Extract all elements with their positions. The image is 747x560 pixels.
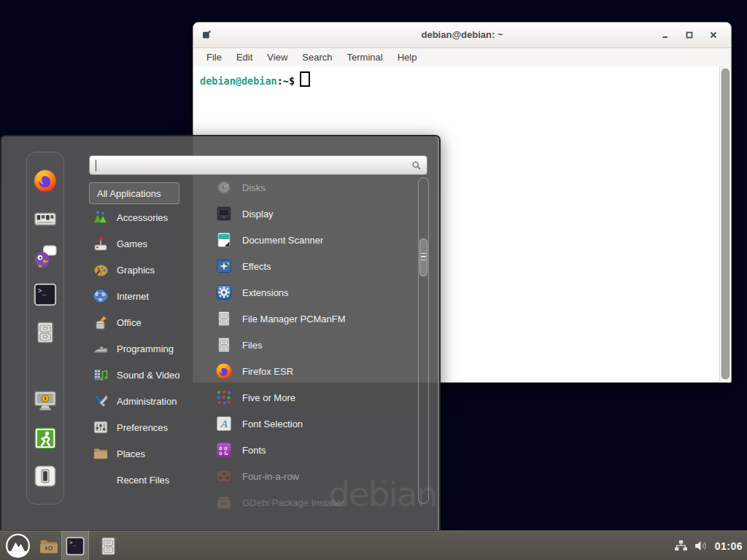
lock-screen-button[interactable] (33, 388, 58, 413)
favorite-keyboard-button[interactable] (33, 206, 58, 231)
app-item[interactable]: Display (209, 201, 414, 227)
shutdown-icon (33, 464, 58, 489)
search-icon (411, 160, 422, 171)
logout-button[interactable] (33, 426, 58, 451)
app-item[interactable]: Five or More (209, 384, 414, 411)
terminal-menu-search[interactable]: Search (295, 52, 339, 63)
category-graphics[interactable]: Graphics (89, 257, 207, 283)
app-item[interactable]: Extensions (209, 279, 414, 306)
app-label: Files (242, 340, 262, 351)
category-label: Office (117, 317, 142, 328)
category-programming[interactable]: Programming (89, 335, 207, 362)
app-item[interactable]: Document Scanner (209, 227, 414, 253)
app-item[interactable]: Firefox ESR (209, 358, 414, 384)
category-label: Games (117, 238, 147, 249)
sound-video-icon (92, 366, 109, 384)
shell-prompt: debian@debian:~$ (194, 66, 730, 92)
app-item[interactable]: Four-in-a-row (209, 463, 414, 489)
category-label: Graphics (117, 265, 155, 276)
file-cabinet-icon (215, 310, 233, 327)
administration-icon (92, 392, 109, 410)
disks-icon (215, 179, 233, 196)
search-box[interactable] (89, 155, 427, 175)
app-item[interactable]: AFont Selection (209, 411, 414, 437)
category-sound-video[interactable]: Sound & Video (89, 362, 207, 388)
all-applications-label: All Applications (97, 188, 160, 199)
taskbar-clock[interactable]: 01:06 (715, 540, 743, 552)
terminal-icon: >_ (65, 536, 85, 556)
-icon (92, 471, 109, 489)
terminal-menu-file[interactable]: File (199, 52, 229, 63)
app-label: GDebi Package Installer (242, 497, 344, 508)
category-games[interactable]: Games (89, 230, 207, 257)
places-icon (92, 445, 109, 462)
internet-icon (92, 287, 109, 305)
menu-button[interactable] (5, 533, 31, 559)
system-tray: 01:06 (674, 531, 743, 560)
category-office[interactable]: Office (89, 309, 207, 335)
keyboard-icon (33, 206, 58, 231)
terminal-scrollbar-thumb[interactable] (721, 69, 729, 379)
app-list-scrollbar-thumb[interactable] (419, 238, 427, 276)
window-controls (661, 23, 718, 47)
terminal-menu-view[interactable]: View (260, 52, 295, 63)
terminal-menu-edit[interactable]: Edit (229, 52, 260, 63)
app-item[interactable]: Disks (209, 174, 414, 201)
app-label: Firefox ESR (242, 366, 293, 377)
app-item[interactable]: Effects (209, 253, 414, 279)
desktop: debian debian@debian: ~ FileEditViewSear… (0, 0, 747, 560)
all-applications-button[interactable]: All Applications (89, 182, 179, 204)
application-list: DisksDisplayDocument ScannerEffectsExten… (209, 174, 414, 516)
search-input[interactable] (96, 158, 405, 174)
volume-icon[interactable] (694, 540, 709, 552)
category-preferences[interactable]: Preferences (89, 414, 207, 440)
category-label: Places (117, 448, 145, 459)
file-manager-folder-icon[interactable] (38, 535, 60, 557)
terminal-scrollbar[interactable] (719, 66, 730, 381)
terminal-menu-help[interactable]: Help (390, 52, 425, 63)
document-scanner-icon (215, 231, 233, 249)
favorite-file-cabinet-button[interactable] (33, 320, 58, 345)
terminal-app-icon (202, 30, 212, 39)
svg-text:a &: a & (219, 450, 228, 456)
app-label: Four-in-a-row (242, 471, 299, 482)
five-or-more-icon (215, 389, 233, 406)
favorite-pidgin-button[interactable] (33, 244, 58, 269)
category-label: Preferences (117, 422, 168, 433)
app-label: File Manager PCManFM (242, 314, 346, 324)
app-item[interactable]: GDebi Package Installer (209, 489, 414, 516)
office-icon (92, 314, 109, 331)
minimize-icon[interactable] (661, 31, 670, 39)
category-label: Internet (117, 291, 149, 302)
terminal-menubar: FileEditViewSearchTerminalHelp (193, 48, 731, 67)
taskbar-terminal-active[interactable]: >_ (61, 531, 89, 560)
category-label: Administration (117, 396, 177, 407)
file-cabinet-icon (33, 320, 58, 345)
favorite-terminal-button[interactable]: >_ (33, 282, 58, 307)
network-icon[interactable] (674, 540, 688, 552)
app-item[interactable]: a aa &Fonts (209, 437, 414, 463)
programming-icon (92, 340, 109, 357)
terminal-titlebar[interactable]: debian@debian: ~ (193, 23, 731, 48)
app-list-scrollbar[interactable] (418, 177, 429, 504)
category-recent-files[interactable]: Recent Files (89, 467, 207, 493)
taskbar-file-cabinet-icon[interactable] (98, 535, 119, 557)
favorite-firefox-button[interactable] (33, 168, 58, 193)
close-icon[interactable] (709, 31, 718, 39)
graphics-icon (92, 261, 109, 279)
app-item[interactable]: Files (209, 332, 414, 358)
terminal-menu-terminal[interactable]: Terminal (340, 52, 390, 63)
category-accessories[interactable]: Accessories (89, 204, 207, 230)
app-label: Display (242, 209, 274, 219)
preferences-icon (92, 419, 109, 436)
start-menu: >_ All Applications AccessoriesGamesGrap… (0, 135, 441, 532)
category-internet[interactable]: Internet (89, 283, 207, 309)
category-places[interactable]: Places (89, 440, 207, 467)
category-administration[interactable]: Administration (89, 388, 207, 414)
app-item[interactable]: File Manager PCManFM (209, 306, 414, 332)
app-label: Fonts (242, 445, 266, 456)
app-label: Document Scanner (242, 235, 323, 246)
shutdown-button[interactable] (33, 464, 58, 489)
four-in-a-row-icon (215, 467, 233, 485)
maximize-icon[interactable] (685, 31, 694, 39)
